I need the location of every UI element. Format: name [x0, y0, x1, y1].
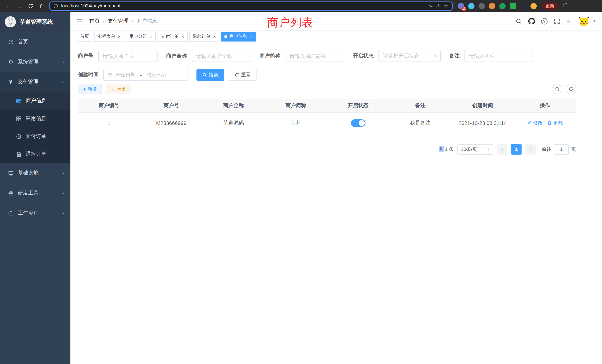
tab-home[interactable]: 首页: [77, 32, 92, 41]
tab-pay-order[interactable]: 支付订单 ×: [158, 32, 187, 41]
fullscreen-button[interactable]: [554, 18, 560, 24]
short-name-input[interactable]: [285, 50, 344, 62]
pencil-icon: [527, 121, 532, 126]
user-avatar[interactable]: [578, 16, 589, 27]
extension-icon-3[interactable]: [479, 3, 485, 9]
close-icon[interactable]: ×: [150, 34, 152, 39]
sidebar-item-refund-order[interactable]: 退款订单: [0, 145, 70, 163]
sidebar-logo[interactable]: 芋道管理系统: [0, 12, 70, 32]
close-icon[interactable]: ×: [213, 34, 216, 39]
full-name-input[interactable]: [192, 50, 251, 62]
refresh-table-button[interactable]: [566, 84, 576, 94]
payment-submenu: 商户信息 应用信息 支付订单: [0, 92, 70, 163]
url-text[interactable]: localhost:1024/pay/merchant: [61, 3, 425, 9]
address-bar[interactable]: localhost:1024/pay/merchant ☆: [49, 1, 453, 11]
search-icon: [516, 18, 522, 24]
merchant-no-input[interactable]: [98, 50, 158, 62]
goto-page-input[interactable]: [554, 144, 569, 154]
page-number-button[interactable]: 1: [511, 144, 522, 154]
extension-icon-8[interactable]: [530, 3, 537, 9]
site-info-icon[interactable]: [53, 3, 58, 8]
sidebar-item-dev-tools[interactable]: 研发工具: [0, 183, 70, 203]
password-key-icon[interactable]: [428, 3, 433, 8]
sidebar-item-pay-order[interactable]: 支付订单: [0, 128, 70, 145]
date-range-picker[interactable]: 开始日期 - 结束日期: [103, 69, 188, 81]
breadcrumb-payment[interactable]: 支付管理: [108, 18, 129, 24]
fullscreen-icon: [554, 18, 560, 24]
toggle-search-button[interactable]: [552, 84, 562, 94]
extension-icon-2[interactable]: [468, 3, 474, 9]
app-title: 芋道管理系统: [20, 18, 53, 25]
reset-button[interactable]: 重置: [229, 69, 257, 81]
search-button[interactable]: 搜索: [196, 69, 224, 81]
tab-refund-order[interactable]: 退款订单 ×: [189, 32, 219, 41]
add-button[interactable]: + 新增: [78, 84, 102, 94]
sidebar-item-infrastructure[interactable]: 基础设施: [0, 163, 70, 183]
remark-input[interactable]: [464, 50, 533, 62]
download-icon: [111, 87, 115, 91]
share-icon[interactable]: [436, 3, 441, 8]
extension-icon-4[interactable]: [489, 3, 495, 9]
tab-process-form[interactable]: 流程表单 ×: [94, 32, 124, 41]
close-icon[interactable]: ×: [181, 34, 184, 39]
github-button[interactable]: [528, 18, 535, 24]
sidebar-toggle-button[interactable]: [76, 18, 83, 24]
browser-menu-button[interactable]: ⋮: [561, 3, 566, 9]
home-button[interactable]: [37, 1, 46, 11]
chevron-down-icon: [61, 211, 65, 215]
forward-button[interactable]: →: [15, 1, 24, 11]
header-search-button[interactable]: [516, 18, 522, 24]
sidebar-item-workflow[interactable]: 工作流程: [0, 203, 70, 223]
extension-icon-7[interactable]: [520, 3, 526, 9]
filter-label: 商户全称: [166, 53, 187, 59]
status-toggle[interactable]: [351, 119, 366, 127]
chevron-down-icon: ▼: [434, 54, 437, 58]
close-icon[interactable]: ×: [250, 34, 252, 39]
bookmark-star-icon[interactable]: ☆: [444, 3, 449, 9]
sidebar-item-payment[interactable]: ¥ 支付管理: [0, 72, 70, 92]
filter-row-2: 创建时间 开始日期 - 结束日期: [78, 69, 576, 81]
status-select[interactable]: 请选择开启状态 ▼: [378, 50, 441, 62]
sidebar-item-home[interactable]: 首页: [0, 32, 70, 52]
next-page-button[interactable]: [525, 144, 536, 154]
font-size-button[interactable]: TT: [566, 18, 572, 24]
prev-page-button[interactable]: [497, 144, 507, 154]
export-button[interactable]: 导出: [106, 84, 131, 94]
tab-user-group[interactable]: 用户分组 ×: [126, 32, 156, 41]
tab-label: 支付订单: [161, 33, 179, 40]
reload-button[interactable]: [26, 1, 35, 11]
extension-icon-1[interactable]: 10: [458, 3, 464, 9]
back-button[interactable]: ←: [4, 1, 13, 11]
breadcrumb: 首页 / 支付管理 / 商户信息: [89, 18, 157, 24]
tab-merchant-info[interactable]: 商户信息 ×: [221, 32, 256, 41]
chevron-up-icon: [61, 80, 65, 84]
sidebar-item-label: 支付订单: [26, 133, 46, 140]
page-size-select[interactable]: 10条/页 ▼: [457, 144, 493, 154]
avatar-caret-icon[interactable]: ▼: [593, 19, 596, 23]
trash-icon: [547, 121, 552, 126]
filter-label: 创建时间: [78, 72, 99, 78]
sidebar-item-system[interactable]: ⚙ 系统管理: [0, 52, 70, 72]
extension-icon-6[interactable]: [510, 3, 516, 9]
breadcrumb-home[interactable]: 首页: [89, 18, 100, 24]
column-header: 商户号: [140, 99, 202, 112]
browser-update-button[interactable]: 更新: [542, 2, 558, 10]
rabbit-logo-icon: [5, 17, 16, 27]
calendar-icon: [108, 72, 113, 77]
sidebar-item-app-info[interactable]: 应用信息: [0, 110, 70, 128]
chevron-down-icon: [61, 60, 65, 64]
close-icon[interactable]: ×: [118, 34, 121, 39]
yen-icon: ¥: [8, 79, 14, 85]
font-large-icon: T: [566, 18, 570, 24]
end-date-placeholder: 结束日期: [147, 72, 166, 78]
extension-icon-5[interactable]: [499, 3, 506, 9]
table-row: 1 M233666999 芋道源码 芋艿 我是备注 2021-10-23 08:…: [78, 112, 576, 134]
chevron-down-icon: [61, 171, 65, 175]
sidebar-item-label: 首页: [18, 39, 28, 45]
top-navbar: 首页 / 支付管理 / 商户信息 ?: [70, 12, 602, 30]
help-button[interactable]: ?: [541, 18, 548, 24]
delete-link[interactable]: 删除: [547, 120, 563, 126]
filter-label: 开启状态: [353, 53, 374, 59]
edit-link[interactable]: 修改: [527, 120, 543, 126]
sidebar-item-merchant-info[interactable]: 商户信息: [0, 92, 70, 110]
